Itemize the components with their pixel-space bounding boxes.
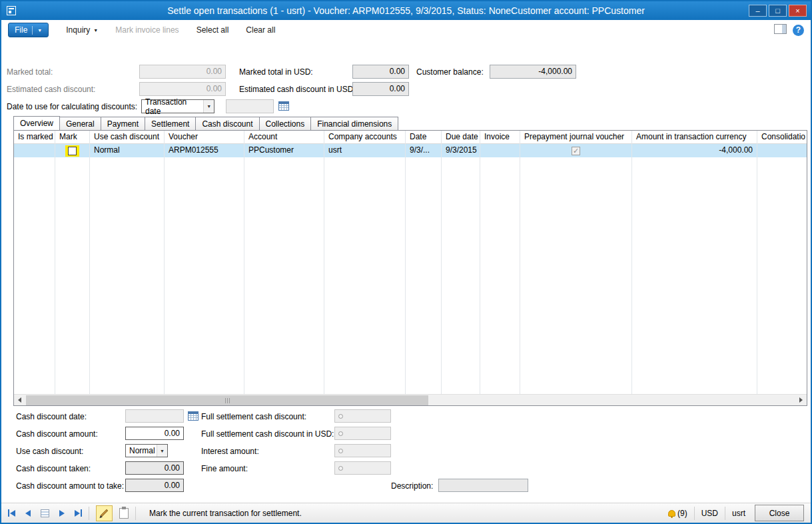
layout-panes-icon[interactable]: [774, 24, 787, 36]
scroll-left-button[interactable]: [14, 395, 25, 405]
file-menu-label: File: [15, 25, 27, 35]
first-record-button[interactable]: [8, 509, 15, 517]
chevron-down-icon: ▼: [160, 449, 165, 453]
company-indicator: usrt: [732, 509, 745, 518]
scroll-right-button[interactable]: [795, 395, 807, 405]
column-header-amount-in-transaction-currency[interactable]: Amount in transaction currency: [632, 131, 757, 144]
column-header-company-accounts[interactable]: Company accounts: [324, 131, 405, 144]
statusbar-divider: [89, 507, 89, 520]
cash-discount-date-label: Cash discount date:: [16, 412, 87, 421]
cell-amount[interactable]: -4,000.00: [632, 144, 757, 157]
cell-prepayment-journal-voucher[interactable]: ✓: [520, 144, 631, 157]
full-settlement-cash-discount-usd-label: Full settlement cash discount in USD:: [201, 429, 334, 439]
customer-balance-label: Customer balance:: [416, 67, 484, 77]
tab-collections[interactable]: Collections: [259, 117, 312, 130]
column-header-is-marked[interactable]: Is marked: [14, 131, 55, 144]
interest-amount-field: [334, 444, 391, 457]
tab-payment[interactable]: Payment: [101, 117, 145, 130]
column-header-use-cash-discount[interactable]: Use cash discount: [90, 131, 164, 144]
tab-overview[interactable]: Overview: [13, 116, 60, 130]
cell-due-date[interactable]: 9/3/2015: [442, 144, 480, 157]
cash-discount-amount-to-take-label: Cash discount amount to take:: [16, 481, 124, 491]
next-record-button[interactable]: [59, 510, 65, 517]
marked-total-usd-label: Marked total in USD:: [239, 67, 313, 77]
titlebar: Settle open transactions (1 - usrt) - Vo…: [1, 1, 811, 20]
horizontal-scrollbar[interactable]: [14, 394, 807, 405]
cell-is-marked[interactable]: [14, 144, 55, 157]
mark-checkbox[interactable]: [68, 147, 77, 155]
cell-company-accounts[interactable]: usrt: [324, 144, 405, 157]
discount-date-type-value: Transaction date: [145, 97, 203, 116]
minimize-button[interactable]: –: [749, 5, 767, 17]
file-menu-button[interactable]: File ▼: [8, 23, 49, 37]
interest-amount-label: Interest amount:: [201, 447, 259, 456]
cell-invoice[interactable]: [480, 144, 520, 157]
help-icon[interactable]: ?: [793, 25, 804, 36]
tab-settlement[interactable]: Settlement: [145, 117, 196, 130]
transactions-grid: Is marked Mark Use cash discount Normal …: [13, 130, 807, 406]
estimated-cash-discount-field: 0.00: [139, 82, 226, 96]
scrollbar-thumb[interactable]: [26, 395, 428, 405]
chevron-down-icon: ▼: [93, 28, 98, 33]
column-header-mark[interactable]: Mark: [55, 131, 89, 144]
cell-account[interactable]: PPCustomer: [244, 144, 324, 157]
close-window-button[interactable]: ×: [789, 5, 807, 17]
close-icon: ×: [795, 7, 799, 15]
column-header-account[interactable]: Account: [244, 131, 324, 144]
last-record-button[interactable]: [75, 509, 82, 517]
column-header-consolidation[interactable]: Consolidatio: [757, 131, 807, 144]
select-all-button[interactable]: Select all: [197, 25, 229, 35]
full-settlement-cash-discount-field: [334, 409, 391, 423]
close-button-label: Close: [769, 509, 790, 518]
column-header-voucher[interactable]: Voucher: [165, 131, 244, 144]
previous-record-button[interactable]: [25, 510, 31, 517]
column-header-invoice[interactable]: Invoice: [480, 131, 520, 144]
cell-voucher[interactable]: ARPM012555: [165, 144, 244, 157]
menubar: File ▼ Inquiry ▼ Mark invoice lines Sele…: [1, 20, 811, 40]
cell-mark[interactable]: [55, 144, 89, 157]
chevron-down-icon: ▼: [37, 28, 42, 33]
full-settlement-cash-discount-usd-field: [334, 427, 391, 440]
column-header-prepayment-journal-voucher[interactable]: Prepayment journal voucher: [520, 131, 631, 144]
description-field[interactable]: [438, 479, 528, 492]
cash-discount-amount-field[interactable]: 0.00: [125, 427, 184, 440]
currency-indicator: USD: [701, 509, 718, 518]
clear-all-button[interactable]: Clear all: [246, 25, 275, 35]
scroll-left-icon: [18, 397, 21, 403]
status-help-text: Mark the current transaction for settlem…: [149, 509, 302, 518]
form-icon: [6, 5, 17, 16]
mark-invoice-lines-button: Mark invoice lines: [115, 25, 179, 35]
discount-date-field: [226, 99, 274, 113]
edit-record-button[interactable]: [96, 505, 113, 521]
empty-marker-icon: [338, 414, 343, 419]
fine-amount-field: [334, 461, 391, 475]
calendar-icon[interactable]: [278, 101, 289, 111]
cash-discount-date-field: [125, 409, 184, 423]
pencil-icon: [101, 509, 108, 517]
customer-balance-field: -4,000.00: [490, 65, 576, 79]
tab-cash-discount[interactable]: Cash discount: [195, 117, 259, 130]
column-header-due-date[interactable]: Due date: [442, 131, 480, 144]
document-icon[interactable]: [119, 508, 129, 519]
maximize-button[interactable]: □: [769, 5, 787, 17]
empty-marker-icon: [338, 431, 343, 436]
estimated-cash-discount-usd-label: Estimated cash discount in USD:: [239, 85, 356, 94]
settle-open-transactions-window: Settle open transactions (1 - usrt) - Vo…: [0, 0, 812, 524]
file-menu-divider: [32, 26, 33, 35]
calendar-icon[interactable]: [188, 411, 199, 421]
column-header-date[interactable]: Date: [406, 131, 441, 144]
tab-general[interactable]: General: [59, 117, 101, 130]
scrollbar-grip: [225, 398, 226, 403]
notification-count[interactable]: (9): [677, 509, 687, 518]
discount-date-type-select[interactable]: Transaction date ▼: [141, 99, 214, 113]
cell-consolidation[interactable]: [757, 144, 807, 157]
use-cash-discount-select[interactable]: Normal ▼: [125, 444, 168, 457]
grid-view-icon[interactable]: [41, 509, 49, 517]
tab-financial-dimensions[interactable]: Financial dimensions: [310, 117, 398, 130]
cell-date[interactable]: 9/3/...: [406, 144, 441, 157]
cell-use-cash-discount[interactable]: Normal: [90, 144, 164, 157]
close-button[interactable]: Close: [755, 505, 804, 521]
empty-marker-icon: [338, 466, 343, 471]
inquiry-menu-button[interactable]: Inquiry ▼: [66, 25, 98, 35]
notification-bell-icon[interactable]: [668, 510, 675, 517]
